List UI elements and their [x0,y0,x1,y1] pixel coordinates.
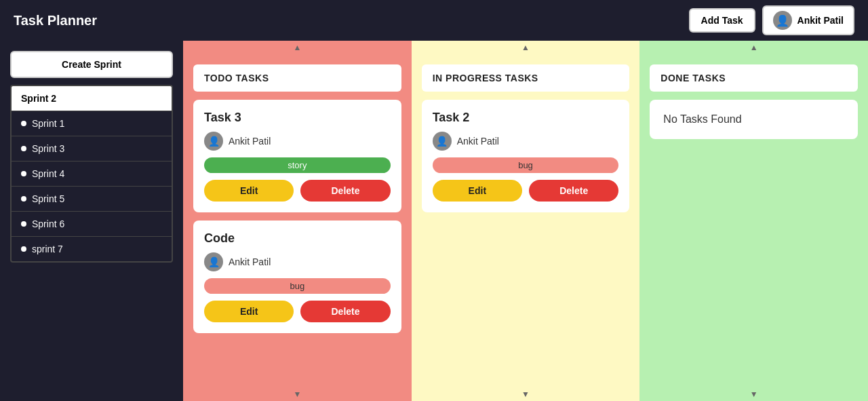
task3-avatar: 👤 [204,132,223,151]
todo-column: ▲ TODO TASKS Task 3 👤 Ankit Patil story … [183,41,412,401]
task-card-task2: Task 2 👤 Ankit Patil bug Edit Delete [422,100,630,212]
sidebar: Create Sprint Sprint 2Sprint 1Sprint 3Sp… [0,41,183,401]
task3-assignee-name: Ankit Patil [229,136,271,147]
inprogress-column: ▲ IN PROGRESS TASKS Task 2 👤 Ankit Patil… [412,41,640,401]
code-assignee: 👤 Ankit Patil [204,252,391,271]
done-column: ▲ DONE TASKS No Tasks Found ▼ [639,41,868,401]
code-edit-button[interactable]: Edit [204,301,294,322]
user-avatar: 👤 [773,11,792,30]
no-tasks-label: No Tasks Found [663,113,741,125]
task3-actions: Edit Delete [204,180,391,202]
code-tag: bug [204,278,391,294]
task-card-task3: Task 3 👤 Ankit Patil story Edit Delete [193,100,401,212]
sidebar-item-sprint1[interactable]: Sprint 1 [12,111,172,136]
header: Task Planner Add Task 👤 Ankit Patil [0,0,868,41]
code-assignee-name: Ankit Patil [229,256,271,267]
inprogress-header: IN PROGRESS TASKS [422,64,630,92]
todo-header: TODO TASKS [193,64,401,92]
task2-assignee-name: Ankit Patil [457,136,499,147]
task2-tag: bug [433,157,619,173]
bullet-icon [21,171,26,176]
scroll-down-inprogress: ▼ [412,387,640,401]
task2-title: Task 2 [433,111,619,125]
task2-delete-button[interactable]: Delete [529,180,618,202]
bullet-icon [21,196,26,202]
sidebar-item-sprint7[interactable]: sprint 7 [12,237,172,261]
scroll-up-todo: ▲ [183,41,412,54]
scroll-up-done: ▲ [639,41,868,54]
sidebar-item-sprint6[interactable]: Sprint 6 [12,212,172,237]
scroll-down-done: ▼ [639,387,868,401]
done-col-inner: DONE TASKS No Tasks Found [639,54,868,387]
scroll-down-todo: ▼ [183,387,412,401]
sprint-list: Sprint 2Sprint 1Sprint 3Sprint 4Sprint 5… [10,85,173,263]
code-delete-button[interactable]: Delete [300,301,390,322]
todo-col-inner: TODO TASKS Task 3 👤 Ankit Patil story Ed… [183,54,412,387]
code-avatar: 👤 [204,252,223,271]
task3-title: Task 3 [204,111,391,125]
bullet-icon [21,121,26,126]
task-card-code: Code 👤 Ankit Patil bug Edit Delete [193,221,401,333]
task2-actions: Edit Delete [433,180,619,202]
task3-delete-button[interactable]: Delete [300,180,390,202]
task2-edit-button[interactable]: Edit [433,180,522,202]
task3-assignee: 👤 Ankit Patil [204,132,391,151]
task3-edit-button[interactable]: Edit [204,180,294,202]
task3-tag: story [204,157,391,173]
bullet-icon [21,246,26,252]
user-name-label: Ankit Patil [797,15,844,26]
sprint-label: Sprint 5 [32,193,64,204]
main-layout: Create Sprint Sprint 2Sprint 1Sprint 3Sp… [0,41,868,401]
add-task-button[interactable]: Add Task [689,8,755,33]
create-sprint-button[interactable]: Create Sprint [10,51,173,78]
bullet-icon [21,146,26,151]
sprint-label: sprint 7 [32,244,63,254]
no-tasks-card: No Tasks Found [650,100,858,139]
task2-avatar: 👤 [433,132,452,151]
sprint-label: Sprint 1 [32,118,64,129]
sidebar-item-sprint2[interactable]: Sprint 2 [12,86,172,111]
scroll-up-inprogress: ▲ [412,41,640,54]
task2-assignee: 👤 Ankit Patil [433,132,619,151]
inprogress-col-inner: IN PROGRESS TASKS Task 2 👤 Ankit Patil b… [412,54,640,387]
kanban-board: ▲ TODO TASKS Task 3 👤 Ankit Patil story … [183,41,868,401]
sprint-label: Sprint 3 [32,143,64,154]
sprint-label: Sprint 4 [32,168,64,179]
sprint-label: Sprint 6 [32,218,64,229]
code-actions: Edit Delete [204,301,391,322]
sidebar-item-sprint4[interactable]: Sprint 4 [12,161,172,187]
sprint-label: Sprint 2 [21,93,56,104]
header-actions: Add Task 👤 Ankit Patil [689,5,854,35]
done-header: DONE TASKS [650,64,858,92]
sidebar-item-sprint5[interactable]: Sprint 5 [12,187,172,212]
user-profile-button[interactable]: 👤 Ankit Patil [762,5,854,35]
app-title: Task Planner [14,13,97,28]
code-title: Code [204,231,391,246]
bullet-icon [21,221,26,227]
sidebar-item-sprint3[interactable]: Sprint 3 [12,136,172,161]
